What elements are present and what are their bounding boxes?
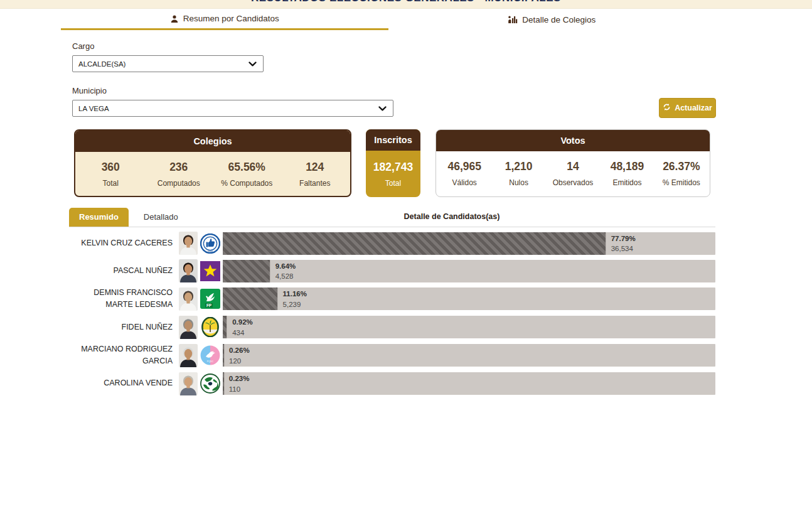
svg-text:PRM: PRM [208, 250, 213, 253]
vote-count: 36,534 [611, 244, 636, 254]
stat-value: 48,189 [600, 160, 654, 173]
stat-cell: 46,965Válidos [437, 160, 491, 187]
palm-oval-logo [200, 317, 220, 337]
candidate-row: FIDEL NUÑEZ 0.92% 434 [69, 316, 715, 339]
vote-bar: 9.64% 4,528 [223, 260, 715, 282]
tab-detallado[interactable]: Detallado [134, 208, 188, 227]
stat-value: 236 [145, 161, 213, 174]
tab-detalle-de-colegios[interactable]: Detalle de Colegios [388, 9, 716, 30]
candidate-photo [179, 316, 198, 339]
stat-label: Válidos [437, 178, 491, 187]
cargo-label: Cargo [72, 41, 716, 51]
stat-label: % Emitidos [654, 178, 708, 187]
vote-bar-label: 11.16% 5,239 [283, 289, 307, 309]
inscritos-label: Total [367, 179, 419, 188]
actualizar-button[interactable]: Actualizar [659, 98, 716, 118]
municipio-select-value: LA VEGA [78, 105, 109, 112]
stat-label: Total [77, 179, 145, 188]
candidate-photo [179, 344, 198, 367]
vote-bar-fill [223, 316, 227, 338]
main-tabs: Resumen por Candidatos Detalle de Colegi… [61, 9, 715, 30]
stat-label: Computados [145, 179, 213, 188]
candidate-photo [179, 259, 198, 282]
candidate-photo [179, 287, 198, 311]
tab-resumido[interactable]: Resumido [69, 208, 129, 227]
top-title-band: RESULTADOS ELECCIONES GENERALES - MUNICI… [0, 0, 812, 9]
municipio-label: Municipio [72, 86, 716, 95]
vote-bar: 77.79% 36,534 [223, 232, 715, 255]
stat-cell: 26.37%% Emitidos [654, 160, 708, 187]
vote-bar-label: 77.79% 36,534 [611, 234, 636, 254]
stat-value: 65.56% [213, 161, 281, 174]
stat-value: 124 [281, 161, 350, 174]
cargo-select-value: ALCALDE(SA) [78, 60, 126, 68]
inscritos-value: 182,743 [367, 161, 419, 174]
candidate-row: PASCAL NUÑEZ 9.64% 4,528 [69, 259, 715, 282]
vote-percent: 77.79% [611, 234, 636, 244]
vote-bar: 0.92% 434 [223, 316, 715, 338]
tab-resumen-por-candidatos[interactable]: Resumen por Candidatos [61, 9, 388, 30]
vote-count: 110 [229, 384, 250, 395]
vote-percent: 11.16% [283, 289, 307, 299]
vote-bar-label: 0.26% 120 [229, 345, 250, 366]
refresh-icon [663, 103, 671, 113]
vote-percent: 0.92% [232, 317, 253, 328]
stat-label: Faltantes [281, 179, 350, 188]
vote-bar: 0.26% 120 [223, 344, 715, 367]
filters-form: Cargo ALCALDE(SA) Municipio LA VEGA Actu… [72, 41, 716, 117]
stat-value: 26.37% [654, 160, 708, 173]
stat-cell: 1,210Nulos [491, 160, 545, 187]
stat-value: 1,210 [491, 160, 545, 173]
summary-panels: Colegios 360Total236Computados65.56%% Co… [74, 129, 812, 197]
votos-panel-title: Votos [436, 130, 710, 151]
vote-bar-label: 0.92% 434 [232, 317, 253, 338]
vote-count: 5,239 [283, 299, 307, 310]
colegios-panel: Colegios 360Total236Computados65.56%% Co… [74, 129, 351, 197]
vote-percent: 0.26% [229, 345, 250, 356]
fp-logo: FP [200, 289, 220, 309]
stat-cell: 48,189Emitidos [600, 160, 654, 187]
stat-cell: 65.56%% Computados [213, 161, 281, 188]
bar-chart-icon [508, 15, 518, 24]
vote-count: 120 [229, 356, 250, 367]
stat-value: 360 [77, 161, 145, 174]
colegios-panel-title: Colegios [75, 131, 350, 152]
stat-label: % Computados [213, 179, 281, 188]
svg-text:PQDC: PQDC [207, 360, 214, 363]
vote-bar: 0.23% 110 [223, 372, 715, 395]
stat-cell: 14Observados [546, 160, 600, 187]
municipio-select[interactable]: LA VEGA [72, 100, 393, 117]
stat-value: 14 [546, 160, 600, 173]
candidate-photo [179, 232, 198, 255]
vote-bar-fill [223, 260, 270, 282]
cargo-select[interactable]: ALCALDE(SA) [72, 55, 264, 72]
candidate-row: CAROLINA VENDE 0.23% 110 [69, 372, 715, 395]
candidate-name: FIDEL NUÑEZ [69, 321, 179, 333]
candidate-name: DEMNIS FRANCISCO MARTE LEDESMA [69, 287, 179, 311]
vote-count: 434 [232, 328, 253, 338]
prm-thumb-logo: PRM [200, 234, 220, 254]
candidate-name: CAROLINA VENDE [69, 377, 179, 389]
vote-percent: 9.64% [275, 261, 296, 272]
vote-percent: 0.23% [229, 373, 250, 384]
vote-bar-label: 0.23% 110 [229, 373, 250, 394]
globe-circle-logo [200, 373, 220, 394]
stat-label: Nulos [491, 178, 545, 187]
candidate-name: PASCAL NUÑEZ [69, 265, 179, 277]
stat-cell: 236Computados [145, 161, 213, 188]
pld-star-logo [200, 261, 220, 281]
tab-label: Resumen por Candidatos [183, 14, 279, 23]
person-icon [170, 14, 179, 23]
stat-label: Emitidos [600, 178, 654, 187]
stat-cell: 360Total [77, 161, 145, 188]
dove-circle-logo: PQDC [200, 345, 220, 365]
vote-bar-fill [223, 287, 278, 310]
svg-text:FP: FP [206, 303, 212, 308]
candidate-name: MARCIANO RODRIGUEZ GARCIA [69, 343, 179, 368]
candidate-row: MARCIANO RODRIGUEZ GARCIA PQDC 0.26% 120 [69, 343, 715, 368]
chevron-down-icon [378, 106, 387, 111]
votos-panel: Votos 46,965Válidos1,210Nulos14Observado… [435, 129, 710, 197]
votos-stats: 46,965Válidos1,210Nulos14Observados48,18… [436, 151, 710, 195]
inscritos-panel-title: Inscritos [366, 129, 420, 151]
candidate-photo [179, 372, 198, 395]
